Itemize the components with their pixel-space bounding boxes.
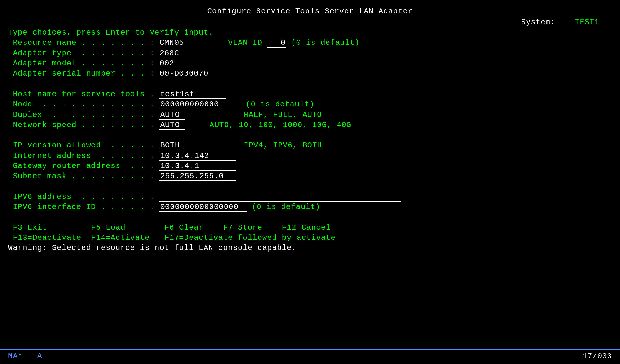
ipv6-label: IPV6 address . . . . . . . . bbox=[8, 192, 155, 201]
node-input[interactable] bbox=[159, 100, 226, 109]
resource-name-row: Resource name . . . . . . . : CMN05 VLAN… bbox=[8, 38, 612, 48]
gateway-label: Gateway router address . . . bbox=[8, 162, 155, 170]
subnet-row: Subnet mask . . . . . . . . . bbox=[8, 171, 612, 181]
gateway-row: Gateway router address . . . bbox=[8, 161, 612, 171]
gateway-address-input[interactable] bbox=[159, 162, 236, 171]
vlan-label: VLAN ID bbox=[228, 38, 262, 47]
system-line: System: TEST1 bbox=[8, 17, 612, 27]
adapter-type-row: Adapter type . . . . . . . : 268C bbox=[8, 48, 612, 58]
adapter-model-label: Adapter model . . . . . . . : bbox=[8, 59, 155, 68]
ipv6-interface-id-input[interactable] bbox=[159, 203, 247, 212]
hostname-label: Host name for service tools . bbox=[8, 90, 155, 98]
adapter-serial-value: 00-D000070 bbox=[159, 69, 208, 78]
vlan-id-input[interactable] bbox=[267, 38, 286, 48]
resource-name-label: Resource name . . . . . . . : bbox=[8, 38, 155, 47]
system-value: TEST1 bbox=[575, 18, 599, 26]
status-bar: MA* A 17/033 bbox=[0, 349, 620, 364]
ipver-label: IP version allowed . . . . . bbox=[8, 141, 155, 150]
status-left: MA* A bbox=[8, 351, 42, 361]
netspeed-row: Network speed . . . . . . . . AUTO, 10, … bbox=[8, 120, 612, 130]
ip-version-input[interactable] bbox=[159, 141, 185, 150]
warning-message: Warning: Selected resource is not full L… bbox=[8, 243, 612, 253]
inet-label: Internet address . . . . . . bbox=[8, 152, 155, 160]
ipv6id-label: IPV6 interface ID . . . . . . bbox=[8, 203, 155, 211]
network-speed-input[interactable] bbox=[159, 121, 185, 130]
function-keys-line2[interactable]: F13=Deactivate F14=Activate F17=Deactiva… bbox=[8, 233, 612, 243]
duplex-hint: HALF, FULL, AUTO bbox=[244, 111, 322, 119]
node-hint: (0 is default) bbox=[246, 100, 314, 109]
ipver-hint: IPV4, IPV6, BOTH bbox=[244, 141, 322, 150]
duplex-input[interactable] bbox=[159, 111, 185, 120]
node-row: Node . . . . . . . . . . . . (0 is defau… bbox=[8, 99, 612, 110]
function-keys-line1[interactable]: F3=Exit F5=Load F6=Clear F7=Store F12=Ca… bbox=[8, 223, 612, 233]
cursor-position: 17/033 bbox=[583, 351, 612, 361]
adapter-serial-label: Adapter serial number . . . : bbox=[8, 69, 155, 78]
inet-row: Internet address . . . . . . bbox=[8, 151, 612, 161]
adapter-model-value: 002 bbox=[159, 59, 174, 68]
vlan-hint: (0 is default) bbox=[291, 38, 360, 47]
ipver-row: IP version allowed . . . . . IPV4, IPV6,… bbox=[8, 140, 612, 151]
node-label: Node . . . . . . . . . . . . bbox=[8, 100, 155, 109]
ipv6id-hint: (0 is default) bbox=[252, 203, 320, 211]
internet-address-input[interactable] bbox=[159, 152, 236, 161]
netspeed-label: Network speed . . . . . . . . bbox=[8, 121, 155, 129]
system-label: System: bbox=[521, 18, 556, 26]
screen-title: Configure Service Tools Server LAN Adapt… bbox=[8, 6, 612, 17]
ipv6-address-input[interactable] bbox=[159, 192, 401, 202]
adapter-serial-row: Adapter serial number . . . : 00-D000070 bbox=[8, 69, 612, 79]
subnet-label: Subnet mask . . . . . . . . . bbox=[8, 172, 155, 180]
duplex-label: Duplex . . . . . . . . . . . bbox=[8, 111, 155, 119]
ipv6-row: IPV6 address . . . . . . . . bbox=[8, 192, 612, 202]
adapter-model-row: Adapter model . . . . . . . : 002 bbox=[8, 58, 612, 69]
adapter-type-value: 268C bbox=[159, 49, 179, 57]
instruction-text: Type choices, press Enter to verify inpu… bbox=[8, 28, 612, 38]
hostname-row: Host name for service tools . bbox=[8, 89, 612, 99]
hostname-input[interactable] bbox=[159, 90, 226, 99]
ipv6id-row: IPV6 interface ID . . . . . . (0 is defa… bbox=[8, 202, 612, 212]
subnet-mask-input[interactable] bbox=[159, 172, 236, 181]
resource-name-value: CMN05 bbox=[159, 38, 184, 47]
netspeed-hint: AUTO, 10, 100, 1000, 10G, 40G bbox=[210, 121, 352, 129]
adapter-type-label: Adapter type . . . . . . . : bbox=[8, 49, 155, 57]
duplex-row: Duplex . . . . . . . . . . . HALF, FULL,… bbox=[8, 110, 612, 120]
